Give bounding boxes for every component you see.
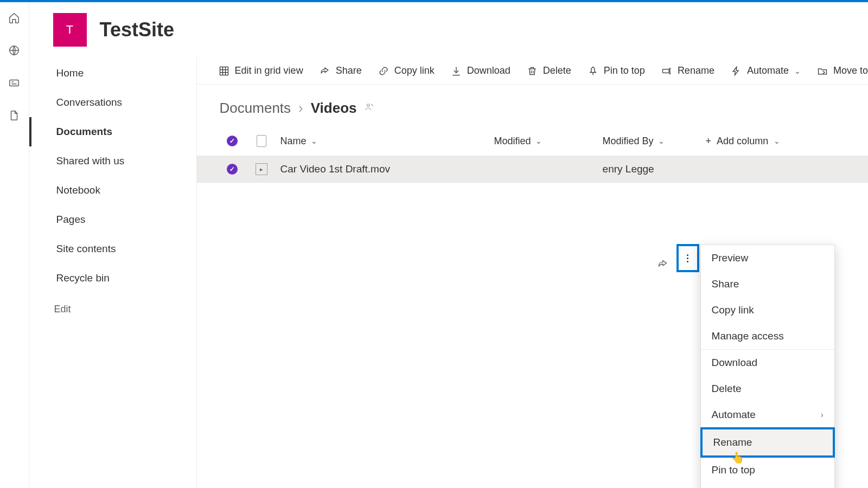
more-actions-button[interactable]: [684, 252, 692, 265]
cmd-delete-label: Delete: [543, 65, 571, 76]
cmd-pin[interactable]: Pin to top: [588, 65, 645, 76]
col-modified-header[interactable]: Modified⌄: [494, 136, 603, 147]
cmd-rename[interactable]: Rename: [661, 65, 714, 76]
cmd-pin-label: Pin to top: [604, 65, 645, 76]
side-nav: Home Conversations Documents Shared with…: [29, 57, 196, 488]
select-all-check[interactable]: [227, 136, 238, 146]
cmd-automate-label: Automate: [747, 65, 789, 76]
file-type-header-icon: [257, 135, 266, 147]
ctx-share[interactable]: Share: [701, 271, 834, 297]
app-rail: [0, 2, 29, 488]
modified-by-value: enry Legge: [603, 163, 654, 175]
col-name-header[interactable]: Name⌄: [277, 136, 494, 147]
column-headers: Name⌄ Modified⌄ Modified By⌄ +Add column…: [197, 123, 868, 156]
cmd-rename-label: Rename: [678, 65, 714, 76]
breadcrumb: Documents › Videos: [197, 85, 868, 123]
site-logo[interactable]: T: [53, 13, 87, 47]
context-menu: Preview Share Copy link Manage access Do…: [700, 245, 835, 488]
site-header: T TestSite: [29, 2, 868, 57]
svg-point-4: [367, 104, 369, 107]
ctx-automate-label: Automate: [712, 409, 756, 421]
nav-shared[interactable]: Shared with us: [29, 146, 196, 176]
svg-rect-2: [220, 67, 228, 75]
chevron-right-icon: ›: [298, 100, 303, 117]
more-actions-highlight: [676, 244, 699, 272]
col-modifiedby-label: Modified By: [603, 136, 654, 147]
ctx-download[interactable]: Download: [701, 349, 834, 376]
cmd-automate[interactable]: Automate⌄: [731, 65, 801, 76]
chevron-down-icon: ⌄: [658, 137, 665, 145]
svg-rect-1: [10, 80, 19, 86]
private-icon[interactable]: [365, 102, 374, 114]
ctx-rename-label: Rename: [713, 436, 752, 448]
col-modifiedby-header[interactable]: Modified By⌄: [603, 136, 706, 147]
nav-pages[interactable]: Pages: [29, 205, 196, 234]
nav-site-contents[interactable]: Site contents: [29, 234, 196, 264]
cmd-copy-link[interactable]: Copy link: [378, 65, 435, 76]
ctx-move-to[interactable]: Move to: [701, 483, 834, 488]
ctx-share-label: Share: [712, 278, 739, 290]
nav-recycle-bin[interactable]: Recycle bin: [29, 264, 196, 293]
cmd-download-label: Download: [467, 65, 510, 76]
breadcrumb-current: Videos: [311, 100, 357, 117]
ctx-manage-access[interactable]: Manage access: [701, 323, 834, 349]
ctx-rename[interactable]: Rename: [700, 427, 835, 458]
chevron-down-icon: ⌄: [311, 137, 317, 145]
card-icon[interactable]: [8, 77, 20, 89]
chevron-down-icon: ⌄: [774, 137, 780, 145]
cmd-edit-grid-label: Edit in grid view: [235, 65, 303, 76]
add-column-button[interactable]: +Add column⌄: [706, 136, 781, 147]
ctx-pin[interactable]: Pin to top: [701, 457, 834, 483]
cmd-move-to[interactable]: Move to: [817, 65, 868, 76]
home-icon[interactable]: [8, 12, 20, 24]
row-share-icon[interactable]: [657, 258, 669, 272]
chevron-right-icon: ›: [821, 410, 824, 419]
command-bar: Edit in grid view Share Copy link Downlo…: [197, 57, 868, 85]
row-check[interactable]: [227, 164, 238, 175]
breadcrumb-root[interactable]: Documents: [220, 100, 291, 117]
nav-conversations[interactable]: Conversations: [29, 88, 196, 117]
file-name[interactable]: Car Video 1st Draft.mov: [280, 163, 390, 175]
cmd-move-to-label: Move to: [833, 65, 868, 76]
cmd-share[interactable]: Share: [320, 65, 362, 76]
cmd-download[interactable]: Download: [451, 65, 510, 76]
chevron-down-icon: ⌄: [794, 67, 801, 75]
nav-notebook[interactable]: Notebook: [29, 176, 196, 205]
file-icon[interactable]: [8, 110, 20, 121]
svg-rect-3: [662, 69, 669, 73]
nav-edit-link[interactable]: Edit: [29, 293, 196, 315]
ctx-preview[interactable]: Preview: [701, 245, 834, 271]
site-title: TestSite: [100, 18, 174, 41]
nav-documents[interactable]: Documents: [29, 117, 196, 146]
cmd-copy-link-label: Copy link: [394, 65, 435, 76]
ctx-preview-label: Preview: [712, 252, 749, 264]
ctx-pin-label: Pin to top: [712, 464, 755, 476]
ctx-copy-link[interactable]: Copy link: [701, 297, 834, 323]
cmd-edit-grid[interactable]: Edit in grid view: [219, 65, 303, 76]
file-row[interactable]: ▸ Car Video 1st Draft.mov enry Legge: [197, 156, 868, 183]
ctx-automate[interactable]: Automate›: [701, 402, 834, 428]
nav-home[interactable]: Home: [29, 59, 196, 88]
ctx-manage-access-label: Manage access: [712, 330, 784, 342]
chevron-down-icon: ⌄: [535, 137, 542, 145]
ctx-download-label: Download: [712, 357, 758, 369]
ctx-delete[interactable]: Delete: [701, 376, 834, 402]
cmd-delete[interactable]: Delete: [527, 65, 571, 76]
ctx-delete-label: Delete: [712, 383, 742, 395]
globe-icon[interactable]: [8, 44, 20, 56]
video-file-icon: ▸: [256, 163, 267, 175]
ctx-copy-link-label: Copy link: [712, 304, 754, 316]
cmd-share-label: Share: [336, 65, 362, 76]
add-column-label: Add column: [717, 136, 768, 147]
col-modified-label: Modified: [494, 136, 531, 147]
col-name-label: Name: [280, 136, 307, 147]
plus-icon: +: [706, 136, 712, 147]
